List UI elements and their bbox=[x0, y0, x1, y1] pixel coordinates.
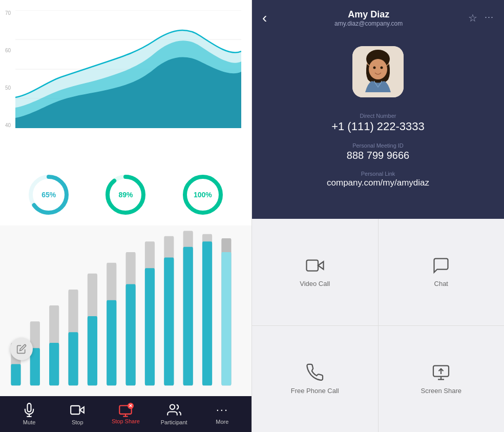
video-call-button[interactable]: Video Call bbox=[252, 219, 378, 325]
donut-1: 65% bbox=[26, 172, 72, 218]
toolbar-more-label: More bbox=[216, 419, 228, 425]
svg-point-46 bbox=[369, 59, 387, 79]
back-button[interactable]: ‹ bbox=[262, 10, 267, 26]
svg-rect-38 bbox=[71, 406, 80, 414]
area-chart-container: 70 60 50 40 bbox=[0, 0, 251, 164]
toolbar-stop-label: Stop bbox=[72, 419, 83, 425]
donut-row: 65% 89% 100% bbox=[0, 164, 251, 225]
chat-label: Chat bbox=[434, 280, 448, 287]
area-chart-svg bbox=[15, 10, 241, 128]
donut-2: 89% bbox=[102, 172, 149, 218]
bar-chart-area bbox=[0, 225, 251, 396]
avatar bbox=[352, 46, 404, 97]
donut-1-label: 65% bbox=[41, 191, 56, 199]
toolbar-mute-label: Mute bbox=[23, 419, 35, 425]
svg-rect-50 bbox=[306, 260, 318, 271]
svg-rect-20 bbox=[88, 316, 97, 385]
screen-share-button[interactable]: Screen Share bbox=[379, 326, 505, 433]
profile-details-section: Direct Number +1 (111) 222-3333 Personal… bbox=[252, 36, 504, 219]
phone-call-label: Free Phone Call bbox=[291, 387, 339, 395]
edit-fab[interactable] bbox=[10, 338, 33, 360]
svg-rect-24 bbox=[126, 284, 136, 385]
svg-point-47 bbox=[373, 67, 376, 69]
svg-rect-22 bbox=[107, 300, 116, 386]
phone-call-button[interactable]: Free Phone Call bbox=[252, 326, 378, 433]
contact-info: Amy Diaz amy.diaz@company.com bbox=[275, 9, 462, 27]
contact-header: ‹ Amy Diaz amy.diaz@company.com ☆ ··· bbox=[252, 0, 504, 36]
contact-email: amy.diaz@company.com bbox=[275, 20, 462, 27]
contact-name: Amy Diaz bbox=[275, 9, 462, 20]
toolbar-mute[interactable]: Mute bbox=[14, 403, 45, 425]
chat-button[interactable]: Chat bbox=[379, 219, 505, 325]
svg-marker-37 bbox=[80, 407, 84, 413]
svg-rect-28 bbox=[164, 257, 174, 385]
svg-marker-49 bbox=[318, 262, 324, 270]
svg-rect-26 bbox=[145, 268, 155, 385]
toolbar-more[interactable]: ··· More bbox=[207, 403, 238, 425]
svg-point-42 bbox=[170, 405, 174, 409]
video-call-label: Video Call bbox=[300, 280, 330, 287]
svg-rect-30 bbox=[183, 247, 193, 386]
right-panel: ‹ Amy Diaz amy.diaz@company.com ☆ ··· bbox=[252, 0, 504, 432]
donut-2-label: 89% bbox=[118, 191, 133, 199]
star-button[interactable]: ☆ bbox=[468, 12, 477, 24]
detail-meeting-id: Personal Meeting ID 888 799 9666 bbox=[347, 142, 409, 161]
contact-details: Direct Number +1 (111) 222-3333 Personal… bbox=[252, 108, 504, 203]
toolbar-stop-share-label: Stop Share bbox=[112, 418, 140, 424]
svg-rect-18 bbox=[68, 332, 78, 385]
action-buttons: Video Call Chat Free Phone Call bbox=[252, 219, 504, 432]
detail-personal-link: Personal Link company.com/my/amydiaz bbox=[327, 171, 429, 188]
svg-rect-34 bbox=[221, 252, 231, 385]
toolbar-stop[interactable]: Stop bbox=[62, 403, 93, 425]
toolbar-stop-share[interactable]: ✕ Stop Share bbox=[110, 404, 141, 424]
svg-rect-12 bbox=[11, 364, 20, 386]
svg-point-48 bbox=[381, 67, 383, 69]
y-axis-labels: 70 60 50 40 bbox=[5, 10, 11, 128]
more-button[interactable]: ··· bbox=[485, 12, 494, 24]
left-panel: 70 60 50 40 bbox=[0, 0, 252, 432]
svg-rect-16 bbox=[49, 343, 59, 385]
screen-share-label: Screen Share bbox=[421, 387, 462, 395]
detail-direct-number: Direct Number +1 (111) 222-3333 bbox=[331, 113, 425, 133]
header-actions: ☆ ··· bbox=[468, 12, 494, 24]
svg-rect-32 bbox=[202, 241, 212, 385]
profile-section bbox=[252, 36, 504, 108]
toolbar: Mute Stop ✕ bbox=[0, 396, 251, 432]
toolbar-participant[interactable]: Participant bbox=[159, 403, 190, 425]
toolbar-participant-label: Participant bbox=[161, 419, 187, 425]
donut-3-label: 100% bbox=[194, 191, 212, 199]
donut-3: 100% bbox=[180, 172, 226, 218]
